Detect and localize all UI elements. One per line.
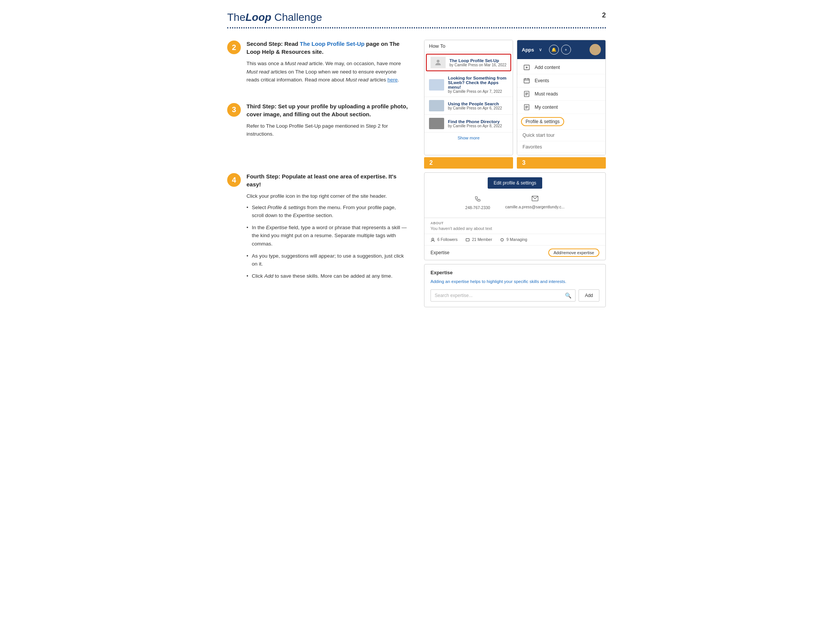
svg-rect-18 xyxy=(466,239,469,242)
howto-item-3-title: Using the People Search xyxy=(448,101,502,106)
howto-item-1: The Loop Profile Set-Up by Camille Press… xyxy=(426,54,511,71)
howto-item-3-sub: by Camille Press on Apr 6, 2022 xyxy=(448,106,502,110)
expertise-search-row: Search expertise... 🔍 Add xyxy=(431,290,599,301)
title-brand: Loop xyxy=(245,11,271,23)
about-text: You haven't added any about text xyxy=(431,226,599,231)
howto-item-3-text: Using the People Search by Camille Press… xyxy=(448,101,502,110)
howto-screenshot: How To The Loop Profile Set-Up by Camill… xyxy=(424,40,513,155)
step-2-body: This was once a Must read article. We ma… xyxy=(246,60,409,84)
step-2-block: 2 Second Step: Read The Loop Profile Set… xyxy=(227,40,409,87)
user-avatar[interactable] xyxy=(590,44,601,55)
howto-item-2-title: Looking for Something from SLweb? Check … xyxy=(448,76,508,89)
step-3-heading: Third Step: Set up your profile by uploa… xyxy=(246,102,409,118)
add-icon[interactable]: + xyxy=(561,45,571,55)
search-icon: 🔍 xyxy=(565,293,571,298)
profile-phone: 248-767-2330 xyxy=(465,195,490,210)
profile-settings-label: Profile & settings xyxy=(521,117,564,126)
apps-menu-events[interactable]: Events xyxy=(517,74,605,87)
apps-label: Apps xyxy=(522,47,534,53)
howto-thumb-2 xyxy=(429,79,444,90)
title-prefix: The xyxy=(227,11,245,23)
step-4-heading: Fourth Step: Populate at least one area … xyxy=(246,172,409,188)
steps-2-3-layout: 2 Second Step: Read The Loop Profile Set… xyxy=(227,40,606,169)
email-icon xyxy=(505,195,564,203)
step-2-heading: Second Step: Read The Loop Profile Set-U… xyxy=(246,40,409,56)
apps-menu-must-reads[interactable]: Must reads xyxy=(517,87,605,101)
apps-menu-my-content[interactable]: My content xyxy=(517,101,605,114)
step-3-block: 3 Third Step: Set up your profile by upl… xyxy=(227,102,409,141)
howto-item-1-text: The Loop Profile Set-Up by Camille Press… xyxy=(449,58,507,67)
apps-header: Apps ∨ 🔔 + xyxy=(517,40,605,59)
managing-count: 9 Managing xyxy=(507,237,527,242)
step-4-bullet-3: As you type, suggestions will appear; to… xyxy=(246,252,409,268)
bell-icon[interactable]: 🔔 xyxy=(549,45,559,55)
phone-icon xyxy=(465,195,490,204)
apps-menu-favorites[interactable]: Favorites xyxy=(517,141,605,153)
step-4-content: Fourth Step: Populate at least one area … xyxy=(246,172,409,284)
apps-menu-profile-settings[interactable]: Profile & settings xyxy=(517,114,605,130)
loop-profile-link[interactable]: The Loop Profile Set-Up xyxy=(300,40,365,47)
email-address: camille.a.press@sargentlundy.c... xyxy=(505,204,564,209)
expertise-row-label: Expertise xyxy=(431,250,449,255)
svg-point-17 xyxy=(432,238,434,240)
apps-screenshot: Apps ∨ 🔔 + xyxy=(517,40,606,155)
expertise-box-desc: Adding an expertise helps to highlight y… xyxy=(431,279,599,285)
howto-item-2-sub: by Camille Press on Apr 7, 2022 xyxy=(448,89,508,93)
profile-email: camille.a.press@sargentlundy.c... xyxy=(505,195,564,210)
howto-item-4-text: Find the Phone Directory by Camille Pres… xyxy=(448,119,502,128)
expertise-box-title: Expertise xyxy=(431,270,599,275)
expertise-desc-prefix: Adding an expertise helps to xyxy=(431,279,487,284)
svg-rect-4 xyxy=(524,79,529,83)
svg-point-19 xyxy=(500,239,503,242)
apps-menu-add-content[interactable]: Add content xyxy=(517,61,605,74)
title-suffix: Challenge xyxy=(272,11,322,23)
profile-stats: 6 Followers 21 Member 9 Managing xyxy=(425,234,605,245)
howto-item-4-title: Find the Phone Directory xyxy=(448,119,502,124)
howto-item-1-sub: by Camille Press on Mar 16, 2022 xyxy=(449,63,507,67)
step-4-left: 4 Fourth Step: Populate at least one are… xyxy=(227,172,409,307)
must-read-here-link[interactable]: here xyxy=(388,77,397,82)
profile-about-section: ABOUT You haven't added any about text xyxy=(425,218,605,234)
step-2-number: 2 xyxy=(227,40,241,54)
about-label: ABOUT xyxy=(431,221,599,225)
must-reads-icon xyxy=(523,90,531,97)
screenshot-row-top: How To The Loop Profile Set-Up by Camill… xyxy=(424,40,606,155)
step-4-block: 4 Fourth Step: Populate at least one are… xyxy=(227,172,409,284)
followers-stat: 6 Followers xyxy=(431,237,458,242)
my-content-label: My content xyxy=(535,105,558,110)
expertise-search-field[interactable]: Search expertise... 🔍 xyxy=(431,290,576,301)
step-4-intro: Click your profile icon in the top right… xyxy=(246,192,409,200)
page-number: 2 xyxy=(602,11,606,19)
howto-item-2: Looking for Something from SLweb? Check … xyxy=(425,73,513,97)
expertise-search-box: Expertise Adding an expertise helps to h… xyxy=(424,264,606,307)
step-4-bullet-2: In the Expertise field, type a word or p… xyxy=(246,224,409,248)
step-label-3: 3 xyxy=(517,157,606,169)
member-count: 21 Member xyxy=(472,237,492,242)
expertise-add-button[interactable]: Add xyxy=(579,290,599,301)
expertise-desc-highlight: highlight your specific skills xyxy=(487,279,539,284)
step-2-heading-prefix: Second Step: Read xyxy=(246,40,300,47)
add-content-label: Add content xyxy=(535,65,560,70)
profile-contact: 248-767-2330 camille.a.press@sargentlund… xyxy=(431,192,599,213)
page-header: TheLoop Challenge 2 xyxy=(227,11,606,24)
managing-stat: 9 Managing xyxy=(500,237,527,242)
howto-item-2-text: Looking for Something from SLweb? Check … xyxy=(448,76,508,93)
howto-item-3: Using the People Search by Camille Press… xyxy=(425,97,513,115)
member-stat: 21 Member xyxy=(465,237,492,242)
step-4-layout: 4 Fourth Step: Populate at least one are… xyxy=(227,172,606,307)
quick-start-label: Quick start tour xyxy=(523,133,555,138)
edit-profile-button[interactable]: Edit profile & settings xyxy=(488,177,543,188)
step-3-number: 3 xyxy=(227,103,241,117)
howto-header: How To xyxy=(425,40,513,52)
add-remove-expertise-button[interactable]: Add/remove expertise xyxy=(548,248,599,257)
howto-thumb-4 xyxy=(429,118,444,129)
search-placeholder-text: Search expertise... xyxy=(435,293,473,298)
step-4-bullet-1: Select Profile & settings from the menu.… xyxy=(246,203,409,220)
howto-thumb-3 xyxy=(429,100,444,111)
apps-menu-quick-start[interactable]: Quick start tour xyxy=(517,130,605,141)
profile-expertise-row: Expertise Add/remove expertise xyxy=(425,245,605,260)
howto-show-more[interactable]: Show more xyxy=(425,133,513,143)
step-4-right: Edit profile & settings 248-767-2330 xyxy=(424,172,606,307)
section-divider xyxy=(227,27,606,28)
favorites-label: Favorites xyxy=(523,144,542,150)
